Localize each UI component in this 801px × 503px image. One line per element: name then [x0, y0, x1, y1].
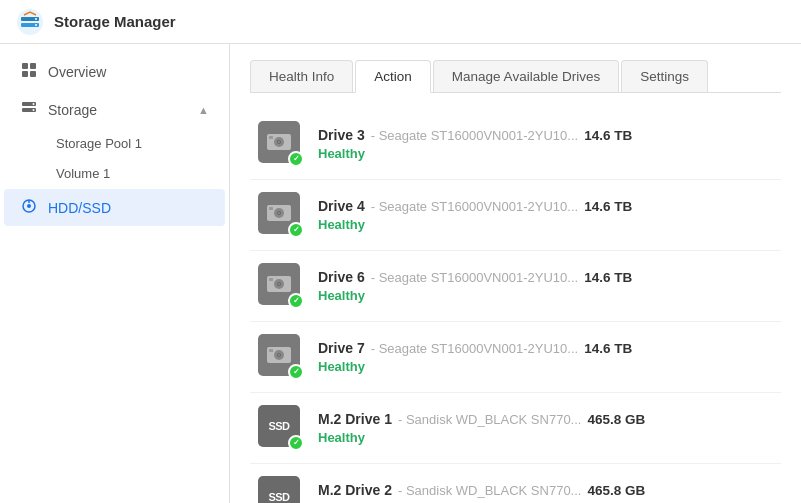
sidebar-item-volume-1[interactable]: Volume 1: [48, 159, 225, 188]
drive-model: - Sandisk WD_BLACK SN770...: [398, 483, 582, 498]
svg-rect-30: [269, 278, 273, 281]
svg-rect-35: [269, 349, 273, 352]
svg-rect-8: [30, 71, 36, 77]
drive-name-line: Drive 7 - Seagate ST16000VN001-2YU10... …: [318, 340, 773, 356]
drive-size: 14.6 TB: [584, 199, 632, 214]
drive-info-drive-3: Drive 3 - Seagate ST16000VN001-2YU10... …: [318, 127, 773, 161]
drive-name-line: M.2 Drive 2 - Sandisk WD_BLACK SN770... …: [318, 482, 773, 498]
sidebar-item-overview[interactable]: Overview: [4, 53, 225, 90]
svg-point-24: [278, 212, 280, 214]
app-icon: [16, 8, 44, 36]
drive-info-m2-drive-2: M.2 Drive 2 - Sandisk WD_BLACK SN770... …: [318, 482, 773, 503]
drive-icon-drive-6: [258, 263, 304, 309]
drive-name-line: Drive 3 - Seagate ST16000VN001-2YU10... …: [318, 127, 773, 143]
volume-1-label: Volume 1: [56, 166, 110, 181]
svg-point-4: [35, 24, 37, 26]
svg-point-34: [278, 354, 280, 356]
drive-size: 14.6 TB: [584, 128, 632, 143]
drive-name: Drive 4: [318, 198, 365, 214]
status-badge-drive-4: [288, 222, 304, 238]
tab-health-info[interactable]: Health Info: [250, 60, 353, 92]
svg-rect-7: [22, 71, 28, 77]
sidebar-item-hdd-ssd-label: HDD/SSD: [48, 200, 111, 216]
sidebar-item-hdd-ssd[interactable]: HDD/SSD: [4, 189, 225, 226]
svg-rect-5: [22, 63, 28, 69]
status-badge-drive-6: [288, 293, 304, 309]
content-area: Health Info Action Manage Available Driv…: [230, 44, 801, 503]
drive-icon-m2-drive-2: SSD: [258, 476, 304, 503]
drive-name: M.2 Drive 1: [318, 411, 392, 427]
svg-point-12: [33, 109, 35, 111]
drive-name: Drive 3: [318, 127, 365, 143]
drive-name: Drive 6: [318, 269, 365, 285]
status-badge-drive-7: [288, 364, 304, 380]
drive-item-drive-7[interactable]: Drive 7 - Seagate ST16000VN001-2YU10... …: [250, 322, 781, 393]
drive-model: - Seagate ST16000VN001-2YU10...: [371, 341, 578, 356]
svg-point-0: [17, 9, 43, 35]
drive-item-m2-drive-2[interactable]: SSD M.2 Drive 2 - Sandisk WD_BLACK SN770…: [250, 464, 781, 503]
ssd-icon: SSD: [258, 476, 300, 503]
drive-status: Healthy: [318, 217, 773, 232]
storage-pool-1-label: Storage Pool 1: [56, 136, 142, 151]
drive-item-drive-3[interactable]: Drive 3 - Seagate ST16000VN001-2YU10... …: [250, 109, 781, 180]
drive-icon-drive-3: [258, 121, 304, 167]
tabs-bar: Health Info Action Manage Available Driv…: [250, 60, 781, 93]
drive-status: Healthy: [318, 146, 773, 161]
sidebar-item-storage[interactable]: Storage ▲: [4, 91, 225, 128]
drive-model: - Seagate ST16000VN001-2YU10...: [371, 128, 578, 143]
drive-icon-drive-7: [258, 334, 304, 380]
drive-info-drive-4: Drive 4 - Seagate ST16000VN001-2YU10... …: [318, 198, 773, 232]
drive-list: Drive 3 - Seagate ST16000VN001-2YU10... …: [250, 109, 781, 503]
status-badge-drive-3: [288, 151, 304, 167]
svg-rect-25: [269, 207, 273, 210]
drive-info-drive-6: Drive 6 - Seagate ST16000VN001-2YU10... …: [318, 269, 773, 303]
drive-name: Drive 7: [318, 340, 365, 356]
drive-size: 465.8 GB: [587, 483, 645, 498]
drive-status: Healthy: [318, 430, 773, 445]
sidebar-sub-items: Storage Pool 1 Volume 1: [0, 129, 229, 188]
drive-model: - Seagate ST16000VN001-2YU10...: [371, 270, 578, 285]
storage-icon: [20, 100, 38, 119]
sidebar-item-overview-label: Overview: [48, 64, 106, 80]
drive-item-drive-6[interactable]: Drive 6 - Seagate ST16000VN001-2YU10... …: [250, 251, 781, 322]
drive-icon-drive-4: [258, 192, 304, 238]
drive-size: 14.6 TB: [584, 341, 632, 356]
svg-point-14: [27, 204, 31, 208]
drive-size: 465.8 GB: [587, 412, 645, 427]
sidebar-item-storage-pool-1[interactable]: Storage Pool 1: [48, 129, 225, 158]
sidebar-item-storage-label: Storage: [48, 102, 97, 118]
svg-point-11: [33, 103, 35, 105]
drive-status: Healthy: [318, 288, 773, 303]
drive-info-drive-7: Drive 7 - Seagate ST16000VN001-2YU10... …: [318, 340, 773, 374]
app-header: Storage Manager: [0, 0, 801, 44]
drive-size: 14.6 TB: [584, 270, 632, 285]
drive-model: - Sandisk WD_BLACK SN770...: [398, 412, 582, 427]
app-title: Storage Manager: [54, 13, 176, 30]
svg-point-3: [35, 18, 37, 20]
status-badge-m2-drive-1: [288, 435, 304, 451]
overview-icon: [20, 62, 38, 81]
drive-name-line: Drive 6 - Seagate ST16000VN001-2YU10... …: [318, 269, 773, 285]
svg-rect-6: [30, 63, 36, 69]
tab-action[interactable]: Action: [355, 60, 431, 93]
drive-status: Healthy: [318, 359, 773, 374]
drive-icon-m2-drive-1: SSD: [258, 405, 304, 451]
drive-name-line: M.2 Drive 1 - Sandisk WD_BLACK SN770... …: [318, 411, 773, 427]
main-layout: Overview Storage ▲ Storage Pool 1 Volume…: [0, 44, 801, 503]
drive-name-line: Drive 4 - Seagate ST16000VN001-2YU10... …: [318, 198, 773, 214]
drive-name: M.2 Drive 2: [318, 482, 392, 498]
drive-model: - Seagate ST16000VN001-2YU10...: [371, 199, 578, 214]
sidebar: Overview Storage ▲ Storage Pool 1 Volume…: [0, 44, 230, 503]
drive-item-drive-4[interactable]: Drive 4 - Seagate ST16000VN001-2YU10... …: [250, 180, 781, 251]
tab-manage-available-drives[interactable]: Manage Available Drives: [433, 60, 619, 92]
svg-rect-20: [269, 136, 273, 139]
chevron-up-icon: ▲: [198, 104, 209, 116]
svg-point-29: [278, 283, 280, 285]
drive-item-m2-drive-1[interactable]: SSD M.2 Drive 1 - Sandisk WD_BLACK SN770…: [250, 393, 781, 464]
svg-point-19: [278, 141, 280, 143]
tab-settings[interactable]: Settings: [621, 60, 708, 92]
drive-info-m2-drive-1: M.2 Drive 1 - Sandisk WD_BLACK SN770... …: [318, 411, 773, 445]
hdd-ssd-icon: [20, 198, 38, 217]
